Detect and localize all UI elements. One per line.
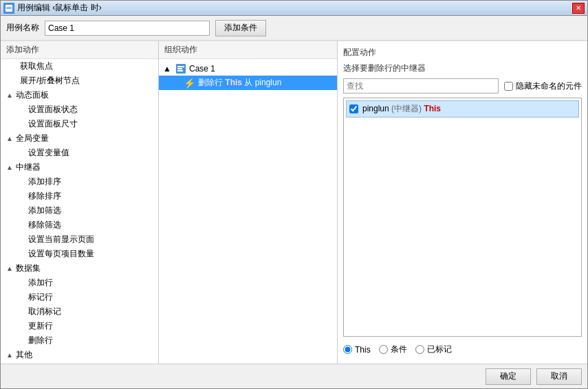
tree-item-mark-row[interactable]: 标记行: [1, 290, 158, 304]
title-bar: 用例编辑 ‹鼠标单击 时› ✕: [1, 1, 587, 16]
expand-icon-dynamic-panel: ▲: [6, 91, 13, 99]
remove-sort-label: 移除排序: [28, 190, 61, 202]
mid-panel: 组织动作 ▲ Case 1 ⚡: [159, 41, 338, 364]
case-name-input[interactable]: [45, 21, 210, 36]
tree-item-set-panel-state[interactable]: 设置面板状态: [1, 102, 158, 117]
tree-item-set-current-page[interactable]: 设置当前显示页面: [1, 232, 158, 247]
radio-condition-text: 条件: [391, 344, 407, 355]
hide-unnamed-text: 隐藏未命名的元件: [516, 80, 582, 92]
tree-item-relay[interactable]: ▲ 中继器: [1, 160, 158, 175]
case-tree[interactable]: ▲ Case 1 ⚡ 删除行 This: [159, 59, 337, 364]
expand-icon-global-var: ▲: [6, 135, 13, 142]
case-label: Case 1: [189, 64, 215, 74]
confirm-button[interactable]: 确定: [486, 368, 531, 385]
config-search-row: 隐藏未命名的元件: [343, 78, 582, 93]
remove-filter-label: 移除筛选: [28, 219, 61, 231]
tree-item-unmark-row[interactable]: 取消标记: [1, 304, 158, 319]
case-expand-icon: ▲: [162, 63, 173, 74]
tree-item-add-row[interactable]: 添加行: [1, 276, 158, 290]
toolbar: 用例名称 添加条件: [1, 16, 587, 41]
relay-list: pinglun (中继器) This: [343, 98, 582, 337]
left-panel-scroll[interactable]: 获取焦点 展开/折叠树节点 ▲ 动态面板 设置面板状态 设置面板尺寸 ▲ 全局变: [1, 59, 158, 364]
add-sort-label: 添加排序: [28, 176, 61, 188]
case-item[interactable]: ▲ Case 1: [159, 62, 337, 76]
radio-this-label[interactable]: This: [343, 345, 371, 355]
case-name-label: 用例名称: [6, 22, 39, 34]
other-section-label: 其他: [16, 349, 32, 361]
tree-item-add-sort[interactable]: 添加排序: [1, 175, 158, 189]
right-panel: 配置动作 选择要删除行的中继器 隐藏未命名的元件 pinglun (中继器) T…: [338, 41, 587, 364]
cancel-button[interactable]: 取消: [536, 368, 582, 385]
left-panel-header: 添加动作: [1, 41, 158, 59]
action-item[interactable]: ⚡ 删除行 This 从 pinglun: [159, 76, 337, 90]
radio-condition[interactable]: [379, 345, 388, 354]
set-panel-size-label: 设置面板尺寸: [28, 118, 78, 130]
radio-marked[interactable]: [415, 345, 424, 354]
hide-unnamed-label[interactable]: 隐藏未命名的元件: [504, 80, 582, 92]
relay-item-checkbox[interactable]: [349, 104, 358, 113]
hide-unnamed-checkbox[interactable]: [504, 82, 513, 91]
tree-item-delete-row[interactable]: 删除行: [1, 333, 158, 348]
svg-rect-1: [6, 7, 12, 8]
relay-this: This: [424, 104, 441, 113]
tree-item-set-panel-size[interactable]: 设置面板尺寸: [1, 117, 158, 131]
action-highlight-this: This: [225, 78, 242, 87]
expand-icon-other: ▲: [6, 351, 13, 359]
mark-row-label: 标记行: [28, 291, 53, 303]
action-text: 删除行 This 从 pinglun: [198, 77, 281, 89]
update-row-label: 更新行: [28, 320, 53, 332]
add-condition-button[interactable]: 添加条件: [215, 20, 266, 36]
tree-item-get-focus[interactable]: 获取焦点: [1, 59, 158, 74]
dataset-label: 数据集: [16, 263, 41, 274]
main-window: 用例编辑 ‹鼠标单击 时› ✕ 用例名称 添加条件 添加动作 获取焦点 展开/折…: [0, 0, 588, 389]
set-panel-state-label: 设置面板状态: [28, 104, 78, 115]
relay-type: (中继器): [391, 104, 424, 113]
radio-condition-label[interactable]: 条件: [379, 344, 407, 355]
dynamic-panel-label: 动态面板: [16, 89, 49, 101]
set-current-page-label: 设置当前显示页面: [28, 234, 94, 245]
unmark-row-label: 取消标记: [28, 306, 61, 318]
global-var-label: 全局变量: [16, 133, 49, 144]
relay-label: 中继器: [16, 162, 41, 173]
tree-item-set-var-value[interactable]: 设置变量值: [1, 146, 158, 160]
relay-list-item[interactable]: pinglun (中继器) This: [346, 100, 579, 118]
svg-rect-5: [177, 68, 182, 69]
tree-item-global-var[interactable]: ▲ 全局变量: [1, 131, 158, 146]
title-bar-title: 用例编辑 ‹鼠标单击 时›: [17, 2, 572, 14]
tree-item-other-section[interactable]: ▲ 其他: [1, 348, 158, 362]
svg-rect-2: [6, 8, 12, 9]
main-area: 添加动作 获取焦点 展开/折叠树节点 ▲ 动态面板 设置面板状态 设置面板尺寸: [1, 41, 587, 364]
expand-icon-relay: ▲: [6, 164, 13, 171]
radio-row: This 条件 已标记: [343, 341, 582, 358]
add-filter-label: 添加筛选: [28, 205, 61, 216]
expand-icon-dataset: ▲: [6, 265, 13, 272]
svg-rect-4: [177, 66, 184, 67]
tree-item-expand-tree[interactable]: 展开/折叠树节点: [1, 74, 158, 88]
right-panel-sub-header: 选择要删除行的中继器: [343, 63, 582, 74]
svg-rect-6: [177, 70, 183, 71]
bottom-bar: 确定 取消: [1, 364, 587, 388]
add-row-label: 添加行: [28, 277, 53, 289]
radio-marked-label[interactable]: 已标记: [415, 344, 452, 355]
tree-item-remove-sort[interactable]: 移除排序: [1, 189, 158, 203]
tree-item-set-items-per-page[interactable]: 设置每页项目数量: [1, 247, 158, 261]
radio-this[interactable]: [343, 345, 352, 354]
delete-row-label: 删除行: [28, 335, 53, 346]
title-bar-icon: [3, 3, 14, 14]
close-button[interactable]: ✕: [572, 3, 585, 14]
case-icon-symbol: [175, 63, 186, 74]
tree-item-dynamic-panel[interactable]: ▲ 动态面板: [1, 88, 158, 102]
set-items-per-page-label: 设置每页项目数量: [28, 248, 94, 260]
action-lightning-icon: ⚡: [184, 78, 195, 89]
search-relay-input[interactable]: [343, 78, 499, 93]
right-panel-title: 配置动作: [343, 47, 582, 58]
left-panel: 添加动作 获取焦点 展开/折叠树节点 ▲ 动态面板 设置面板状态 设置面板尺寸: [1, 41, 159, 364]
tree-item-dataset[interactable]: ▲ 数据集: [1, 261, 158, 276]
radio-marked-text: 已标记: [427, 344, 452, 355]
expand-tree-label: 展开/折叠树节点: [20, 75, 80, 87]
tree-item-update-row[interactable]: 更新行: [1, 319, 158, 333]
get-focus-label: 获取焦点: [20, 60, 53, 72]
tree-item-add-filter[interactable]: 添加筛选: [1, 203, 158, 218]
set-var-value-label: 设置变量值: [28, 147, 69, 159]
tree-item-remove-filter[interactable]: 移除筛选: [1, 218, 158, 232]
